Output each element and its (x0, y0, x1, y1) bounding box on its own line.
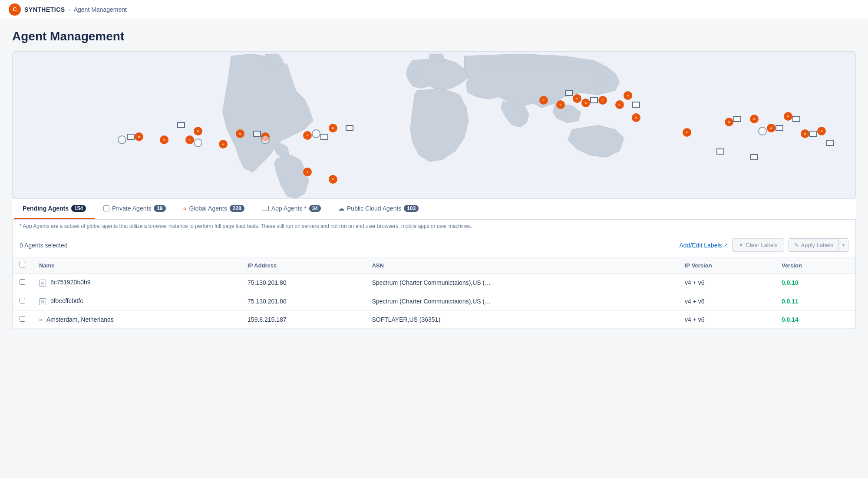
apply-labels-text: Apply Labels (801, 242, 833, 248)
row-asn-cell: SOFTLAYER,US (36351) (365, 311, 678, 329)
tab-app-label: App Agents * (271, 205, 307, 212)
row-checkbox-cell (13, 292, 32, 311)
private-agent-row-icon: ⊞ (39, 298, 46, 305)
toolbar-actions: Add/Edit Labels ↗ ✦ Clear Labels ✎ Apply… (679, 238, 848, 252)
tab-private-count: 19 (154, 205, 165, 212)
private-agent-row-icon: ⊞ (39, 280, 46, 287)
agents-table-wrapper[interactable]: Name IP Address ASN IP Version Version (13, 257, 855, 329)
apply-labels-dropdown-arrow[interactable]: ▾ (838, 240, 848, 251)
tab-pending-count: 154 (71, 205, 86, 212)
row-ip-cell: 159.8.215.187 (241, 311, 365, 329)
row-ipversion-cell: v4 + v6 (678, 274, 775, 292)
row-checkbox-cell (13, 274, 32, 292)
pencil-icon: ✎ (794, 242, 799, 248)
apply-labels-split-button[interactable]: ✎ Apply Labels ▾ (789, 238, 848, 252)
add-edit-labels-text: Add/Edit Labels (679, 242, 722, 249)
tab-private[interactable]: Private Agents 19 (95, 199, 175, 219)
version-badge: 0.0.11 (782, 298, 799, 305)
row-checkbox[interactable] (20, 316, 25, 322)
header-name: Name (32, 257, 241, 274)
external-link-icon: ↗ (724, 242, 728, 248)
app-agent-icon (262, 206, 269, 211)
page-container: Agent Management (0, 19, 868, 340)
tab-app-count: 34 (309, 205, 321, 212)
select-all-checkbox[interactable] (20, 262, 25, 267)
row-version-cell: 0.0.14 (775, 311, 855, 329)
row-checkbox[interactable] (20, 279, 25, 285)
table-row: ⊞ 8c751920b0b9 75.130.201.80 Spectrum (C… (13, 274, 855, 292)
tab-cloud-label: Public Cloud Agents (347, 205, 401, 212)
header-ip: IP Address (241, 257, 365, 274)
table-row: « Amsterdam, Netherlands 159.8.215.187 S… (13, 311, 855, 329)
global-agent-icon: « (183, 205, 187, 212)
row-name-cell: « Amsterdam, Netherlands (32, 311, 241, 329)
row-name-cell: ⊞ 8c751920b0b9 (32, 274, 241, 292)
brand-name: SYNTHETICS (24, 6, 65, 13)
header-checkbox-col (13, 257, 32, 274)
table-header-row: Name IP Address ASN IP Version Version (13, 257, 855, 274)
world-map (12, 51, 856, 199)
tab-global-count: 228 (230, 205, 244, 212)
row-ip-cell: 75.130.201.80 (241, 274, 365, 292)
private-agent-icon (103, 205, 109, 211)
row-ipversion-cell: v4 + v6 (678, 292, 775, 311)
agents-table: Name IP Address ASN IP Version Version (13, 257, 855, 329)
agent-name: Amsterdam, Netherlands (46, 316, 114, 323)
tab-global-label: Global Agents (189, 205, 227, 212)
row-version-cell: 0.0.11 (775, 292, 855, 311)
app-agents-footnote: * App Agents are a subset of global agen… (13, 220, 855, 233)
tab-pending-label: Pending Agents (23, 205, 69, 212)
version-badge: 0.0.10 (782, 279, 799, 286)
clear-labels-icon: ✦ (739, 242, 743, 248)
table-row: ⊞ 9f0ecffcb0fe 75.130.201.80 Spectrum (C… (13, 292, 855, 311)
tab-cloud-count: 103 (404, 205, 419, 212)
clear-labels-button[interactable]: ✦ Clear Labels (732, 238, 784, 252)
tab-pending[interactable]: Pending Agents 154 (14, 199, 95, 219)
page-title: Agent Management (12, 30, 856, 43)
header-ip-version: IP Version (678, 257, 775, 274)
cloud-icon: ☁ (338, 205, 344, 212)
top-bar: C SYNTHETICS › Agent Management (0, 0, 868, 19)
agent-name: 8c751920b0b9 (50, 279, 91, 286)
row-asn-cell: Spectrum (Charter Communictaions),US (… (365, 292, 678, 311)
row-ip-cell: 75.130.201.80 (241, 292, 365, 311)
apply-labels-button[interactable]: ✎ Apply Labels (789, 239, 838, 251)
row-version-cell: 0.0.10 (775, 274, 855, 292)
selected-count: 0 Agents selected (20, 242, 68, 249)
row-asn-cell: Spectrum (Charter Communictaions),US (… (365, 274, 678, 292)
clear-labels-text: Clear Labels (746, 242, 778, 248)
header-version: Version (775, 257, 855, 274)
table-toolbar: 0 Agents selected Add/Edit Labels ↗ ✦ Cl… (13, 233, 855, 257)
breadcrumb-chevron: › (69, 7, 70, 13)
global-agent-row-icon: « (39, 316, 43, 323)
row-checkbox-cell (13, 311, 32, 329)
header-asn: ASN (365, 257, 678, 274)
tab-global[interactable]: « Global Agents 228 (175, 199, 253, 219)
table-section: * App Agents are a subset of global agen… (12, 220, 856, 329)
row-checkbox[interactable] (20, 298, 25, 303)
tab-cloud[interactable]: ☁ Public Cloud Agents 103 (330, 199, 427, 219)
tab-app[interactable]: App Agents * 34 (253, 199, 330, 219)
tabs-bar: Pending Agents 154 Private Agents 19 « G… (12, 199, 856, 220)
agent-name: 9f0ecffcb0fe (50, 297, 83, 304)
logo-icon: C (9, 3, 21, 16)
add-edit-labels-link[interactable]: Add/Edit Labels ↗ (679, 242, 727, 249)
tab-private-label: Private Agents (112, 205, 151, 212)
version-badge: 0.0.14 (782, 316, 799, 323)
breadcrumb-page: Agent Management (74, 6, 127, 13)
row-name-cell: ⊞ 9f0ecffcb0fe (32, 292, 241, 311)
row-ipversion-cell: v4 + v6 (678, 311, 775, 329)
